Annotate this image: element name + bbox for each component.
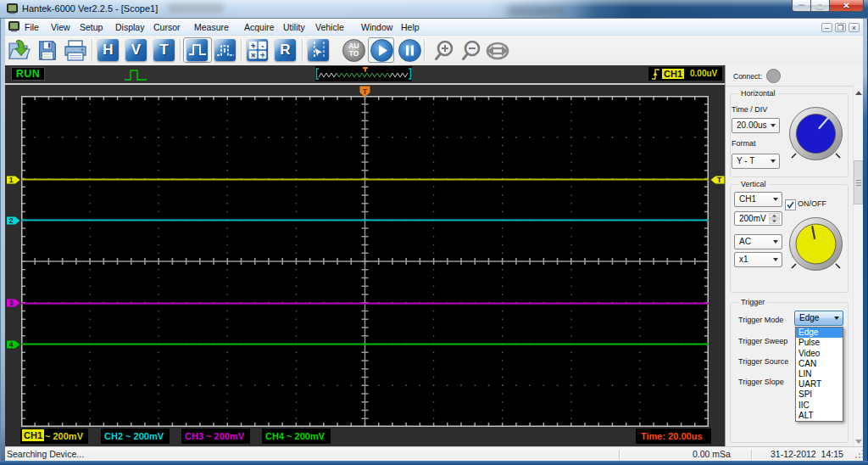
svg-text:4: 4 — [9, 340, 14, 349]
svg-text:+: + — [251, 42, 255, 50]
svg-text:÷: ÷ — [260, 51, 264, 59]
svg-text:1: 1 — [9, 176, 14, 184]
svg-text:2: 2 — [9, 216, 14, 225]
svg-text:3: 3 — [9, 299, 14, 307]
svg-text:-: - — [261, 42, 264, 50]
svg-text:×: × — [251, 51, 255, 59]
svg-text:T: T — [717, 176, 722, 184]
svg-text:T: T — [363, 87, 368, 96]
